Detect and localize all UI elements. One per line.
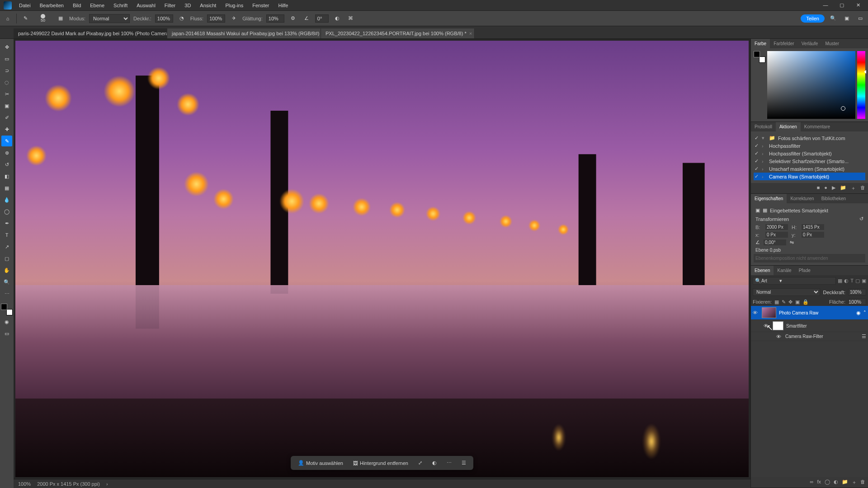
properties-icon[interactable]: ☰: [459, 459, 469, 467]
airbrush-icon[interactable]: ✈: [229, 14, 239, 23]
opacity-pressure-icon[interactable]: ◔: [177, 14, 187, 23]
menu-ebene[interactable]: Ebene: [86, 2, 108, 9]
filter-adjust-icon[interactable]: ◐: [844, 278, 849, 284]
screenmode-tool[interactable]: ▭: [1, 328, 12, 339]
layer-thumb[interactable]: [762, 307, 776, 318]
dodge-tool[interactable]: ◯: [1, 206, 12, 217]
chevron-up-icon[interactable]: ˄: [863, 310, 866, 316]
action-item[interactable]: ✓›Unscharf maskieren (Smartobjekt): [754, 165, 865, 173]
blend-mode-select[interactable]: Normal: [89, 14, 130, 23]
fill-input[interactable]: [848, 299, 866, 305]
tab-eigenschaften[interactable]: Eigenschaften: [751, 194, 787, 203]
eye-icon[interactable]: 👁: [776, 334, 783, 339]
flow-input[interactable]: [207, 14, 225, 23]
workspace-icon[interactable]: ▣: [842, 14, 852, 23]
menu-3d[interactable]: 3D: [181, 2, 194, 9]
layer-blend-select[interactable]: Normal: [753, 288, 820, 296]
panel-fg-bg[interactable]: [754, 51, 765, 63]
fx-icon[interactable]: fx: [817, 479, 821, 486]
tab-farbe[interactable]: Farbe: [751, 39, 770, 48]
tab-kommentare[interactable]: Kommentare: [801, 122, 834, 131]
reset-icon[interactable]: ↺: [859, 216, 863, 222]
canvas[interactable]: 👤Motiv auswählen 🖼Hintergrund entfernen …: [15, 41, 749, 477]
selection-tool[interactable]: ◌: [1, 77, 12, 88]
search-icon[interactable]: 🔍: [828, 14, 838, 23]
tab-pxl[interactable]: PXL_20230422_122623454.PORTRAIT.jpg bei …: [321, 28, 475, 38]
home-icon[interactable]: ⌂: [3, 14, 13, 23]
angle-input[interactable]: [315, 14, 329, 23]
action-item[interactable]: ✓›Hochpassfilter: [754, 142, 865, 150]
marquee-tool[interactable]: ▭: [1, 53, 12, 64]
eyedropper-tool[interactable]: ✐: [1, 112, 12, 123]
tab-pfade[interactable]: Pfade: [795, 266, 814, 275]
tab-ebenen[interactable]: Ebenen: [751, 266, 774, 275]
frame-tool[interactable]: ▣: [1, 100, 12, 111]
layer-opacity-input[interactable]: [848, 289, 866, 296]
smooth-opts-icon[interactable]: ⚙: [288, 14, 298, 23]
transform-icon[interactable]: ⤢: [415, 459, 425, 467]
more-tool[interactable]: ⋯: [1, 288, 12, 299]
screenmode-icon[interactable]: ▭: [855, 14, 865, 23]
opacity-input[interactable]: [155, 14, 173, 23]
new-set-icon[interactable]: 📁: [840, 185, 846, 192]
window-maximize[interactable]: ▢: [835, 2, 848, 8]
symmetry-icon[interactable]: ⌘: [346, 14, 356, 23]
brush-preset[interactable]: 50: [34, 14, 52, 23]
filter-row[interactable]: 👁 Camera Raw-Filter ☰: [751, 332, 868, 341]
sat-val-picker[interactable]: [767, 51, 855, 119]
adjustment-icon[interactable]: ◐: [834, 479, 838, 486]
menu-hilfe[interactable]: Hilfe: [274, 2, 292, 9]
hand-tool[interactable]: ✋: [1, 265, 12, 276]
type-tool[interactable]: T: [1, 230, 12, 240]
chevron-right-icon[interactable]: ›: [106, 481, 108, 487]
menu-fenster[interactable]: Fenster: [249, 2, 273, 9]
action-folder[interactable]: ✓▾📁Fotos schärfen von TutKit.com: [754, 134, 865, 142]
pen-tool[interactable]: ✒: [1, 218, 12, 229]
tab-korrekturen[interactable]: Korrekturen: [787, 194, 817, 203]
action-item[interactable]: ✓›Camera Raw (Smartobjekt): [754, 173, 865, 180]
size-pressure-icon[interactable]: ◐: [332, 14, 342, 23]
more-icon[interactable]: ⋯: [444, 459, 454, 467]
heal-tool[interactable]: ✚: [1, 124, 12, 135]
height-input[interactable]: [802, 224, 824, 230]
check-icon[interactable]: ✓: [755, 135, 759, 141]
x-input[interactable]: [765, 232, 788, 238]
shape-tool[interactable]: ▢: [1, 253, 12, 264]
move-tool[interactable]: ✥: [1, 42, 12, 52]
tab-muster[interactable]: Muster: [821, 39, 843, 48]
angle-input[interactable]: [764, 239, 786, 245]
path-tool[interactable]: ↗: [1, 241, 12, 252]
menu-plugins[interactable]: Plug-ins: [222, 2, 247, 9]
zoom-tool[interactable]: 🔍: [1, 277, 12, 287]
stop-icon[interactable]: ■: [817, 185, 820, 192]
eye-icon[interactable]: 👁: [753, 310, 759, 315]
group-icon[interactable]: 📁: [842, 479, 848, 486]
tab-bibliotheken[interactable]: Bibliotheken: [818, 194, 849, 203]
remove-bg-button[interactable]: 🖼Hintergrund entfernen: [350, 459, 411, 467]
width-input[interactable]: [765, 224, 788, 230]
quickmask-tool[interactable]: ◉: [1, 316, 12, 327]
chevron-down-icon[interactable]: ▾: [762, 135, 766, 141]
select-subject-button[interactable]: 👤Motiv auswählen: [295, 459, 346, 467]
share-button[interactable]: Teilen: [801, 14, 825, 23]
brush-tool[interactable]: ✎: [1, 136, 12, 146]
trash-icon[interactable]: 🗑: [860, 185, 865, 192]
history-brush-tool[interactable]: ↺: [1, 159, 12, 170]
filter-type-icon[interactable]: T: [850, 278, 854, 284]
filter-smart-icon[interactable]: ▣: [862, 278, 866, 284]
action-item[interactable]: ✓›Selektiver Scharfzeichner (Smarto...: [754, 157, 865, 165]
trash-icon[interactable]: 🗑: [860, 479, 865, 486]
layer-row[interactable]: 👁 Photo Camera Raw ◉ ˄: [751, 306, 868, 320]
lock-all-icon[interactable]: 🔒: [802, 299, 809, 305]
tool-preset-icon[interactable]: ✎: [20, 14, 30, 23]
window-minimize[interactable]: —: [819, 2, 832, 8]
menu-datei[interactable]: Datei: [15, 2, 34, 9]
stamp-tool[interactable]: ⊕: [1, 147, 12, 158]
filter-pixel-icon[interactable]: ▦: [838, 278, 842, 284]
action-item[interactable]: ✓›Hochpassfilter (Smartobjekt): [754, 150, 865, 157]
filter-shape-icon[interactable]: ▢: [855, 278, 860, 284]
tab-japan[interactable]: japan-2014618 Masashi Wakui auf Pixabay.…: [167, 28, 321, 38]
menu-filter[interactable]: Filter: [161, 2, 179, 9]
gradient-tool[interactable]: ▦: [1, 183, 12, 193]
lock-artboard-icon[interactable]: ▣: [795, 299, 800, 305]
